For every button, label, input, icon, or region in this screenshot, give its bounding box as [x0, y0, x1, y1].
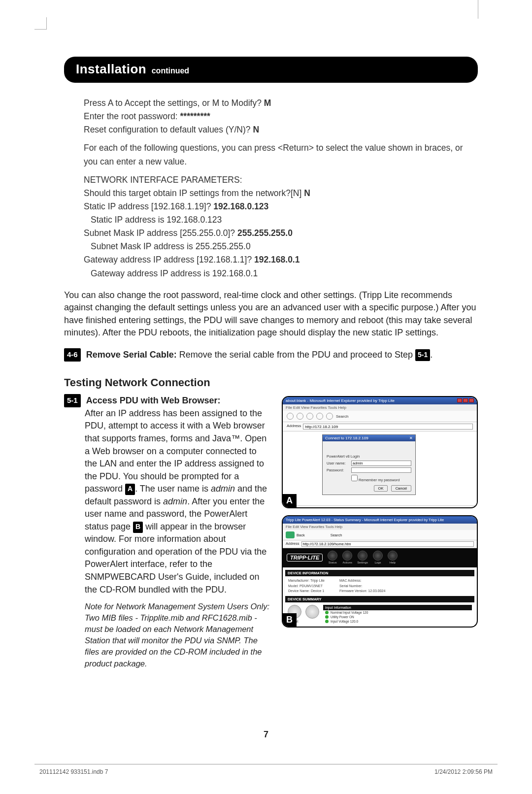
page-number: 7: [0, 729, 532, 740]
address-bar: Address: [283, 540, 477, 548]
text: NETWORK INTERFACE PARAMETERS:: [84, 173, 478, 187]
ok-button[interactable]: OK: [374, 485, 388, 492]
status-icon: [328, 551, 337, 561]
menu-bar: File Edit View Favorites Tools Help: [283, 524, 477, 530]
info-row: Manufacturer: Tripp Lite: [288, 578, 325, 584]
text: Subnet Mask IP address is 255.255.255.0: [84, 240, 478, 253]
text: After an IP address has been assigned to…: [85, 408, 266, 494]
screenshot-b: Tripp Lite PowerAlert 12.03 - Status Sum…: [282, 515, 478, 628]
step-title: Remove Serial Cable:: [86, 350, 177, 360]
address-input[interactable]: [303, 424, 473, 430]
info-row: Model: PDUMV15NET: [288, 584, 325, 589]
step-title: Access PDU with Web Browser:: [86, 396, 221, 405]
footer-rule: [34, 764, 498, 764]
zone-label: Internet: [462, 507, 474, 508]
cancel-button[interactable]: Cancel: [391, 485, 411, 492]
text: Static IP address [192.168.1.19]?: [84, 201, 213, 211]
browser-toolbar: Back Search: [283, 530, 477, 540]
nav-icon: [307, 532, 313, 538]
screenshot-a: about:blank - Microsoft Internet Explore…: [282, 396, 478, 508]
print-footer: 201112142 933151.indb 7 1/24/2012 2:09:5…: [39, 768, 493, 775]
section-subtitle: continued: [152, 66, 189, 75]
text: For each of the following questions, you…: [84, 141, 478, 168]
step-4-6: 4-6 Remove Serial Cable: Remove the seri…: [64, 348, 478, 362]
status-bar: Opening page http://172.18.2.109... Inte…: [283, 505, 477, 508]
password-input[interactable]: [351, 467, 411, 473]
document-page: Installation continued Press A to Accept…: [0, 0, 532, 794]
window-titlebar: about:blank - Microsoft Internet Explore…: [283, 397, 477, 404]
back-label: Back: [297, 533, 305, 537]
nav-label: Settings: [357, 561, 368, 564]
user-input: 192.168.0.123: [213, 201, 268, 211]
text: Static IP address is 192.168.0.123: [84, 213, 478, 227]
username-input[interactable]: [351, 461, 411, 466]
menu-bar: File Edit View Favorites Tools Help: [283, 404, 477, 411]
close-icon[interactable]: ✕: [409, 436, 413, 440]
settings-icon: [358, 551, 367, 561]
nav-label: Logs: [374, 561, 381, 564]
gauge-icon: [305, 605, 319, 619]
text: Enter the root password:: [84, 111, 180, 121]
window-titlebar: Tripp Lite PowerAlert 12.03 - Status Sum…: [283, 516, 477, 524]
text: Reset configuration to default values (Y…: [84, 125, 253, 134]
status-dot-icon: [325, 620, 329, 623]
status-dot-icon: [325, 611, 329, 614]
figure-label: A: [282, 494, 297, 508]
remember-checkbox[interactable]: [351, 475, 358, 481]
step-badge: 5-1: [64, 394, 81, 407]
address-input[interactable]: [301, 541, 474, 547]
figure-label: B: [282, 613, 297, 627]
tripplite-logo: TRIPP·LITE: [287, 554, 323, 562]
window-title: about:blank - Microsoft Internet Explore…: [286, 398, 395, 403]
step-badge: 4-6: [64, 348, 81, 362]
user-input: 192.168.0.1: [254, 255, 299, 265]
actions-icon: [342, 551, 352, 561]
window-title: Tripp Lite PowerAlert 12.03 - Status Sum…: [286, 518, 444, 522]
address-bar: Address: [283, 422, 477, 431]
nav-label: Status: [329, 561, 337, 564]
emphasis: admin: [163, 496, 187, 506]
section-heading: DEVICE SUMMARY: [285, 596, 474, 602]
text: Press A to Accept the settings, or M to …: [84, 98, 264, 108]
text: . The user name is: [135, 484, 211, 494]
user-input: 255.255.255.0: [237, 228, 293, 238]
user-input: *********: [180, 111, 210, 121]
text: Subnet Mask IP address [255.255.0.0]?: [84, 228, 237, 238]
subsection-heading: Testing Network Connection: [64, 376, 478, 389]
username-label: User name:: [327, 461, 349, 465]
user-input: M: [264, 98, 271, 108]
footer-left: 201112142 933151.indb 7: [39, 768, 108, 775]
nav-label: Actions: [342, 561, 352, 564]
text: Gateway address IP address is 192.168.0.…: [84, 267, 478, 280]
ref-badge-b: B: [133, 522, 143, 533]
login-dialog: Connect to 172.18.2.109✕ PowerAlert v8 L…: [322, 434, 416, 495]
logs-icon: [373, 551, 383, 561]
poweralert-navbar: TRIPP·LITE Status Actions Settings Logs …: [283, 548, 477, 567]
back-button: [286, 531, 295, 538]
nav-label: Help: [390, 561, 396, 564]
info-row: Serial Number:: [339, 584, 385, 589]
stop-icon: [306, 413, 313, 420]
info-row: Utility Power ON: [331, 615, 354, 619]
crop-mark: [478, 0, 478, 19]
section-header: Installation continued: [64, 57, 478, 83]
step-5-1: 5-1 Access PDU with Web Browser: After a…: [64, 394, 271, 669]
nav-icon: [323, 532, 329, 538]
section-title: Installation: [76, 62, 146, 76]
forward-icon: [297, 413, 303, 420]
paragraph: You can also change the root password, r…: [64, 289, 478, 339]
remember-label: Remember my password: [359, 478, 399, 482]
info-row: Firmware Version: 12.03.0024: [339, 589, 385, 594]
info-row: Nominal Input Voltage 120: [331, 611, 368, 614]
user-input: N: [304, 188, 310, 198]
text: Gateway address IP address [192.168.1.1]…: [84, 255, 254, 265]
home-icon: [326, 413, 333, 420]
password-label: Password:: [327, 468, 349, 472]
refresh-icon: [316, 413, 323, 420]
info-row: Device Name: Device 1: [288, 589, 325, 594]
footer-right: 1/24/2012 2:09:56 PM: [434, 768, 493, 775]
address-label: Address: [286, 541, 299, 547]
text: .: [430, 350, 432, 360]
info-row: Input Voltage 120.0: [331, 620, 358, 623]
step-ref-badge: 5-1: [415, 349, 430, 361]
